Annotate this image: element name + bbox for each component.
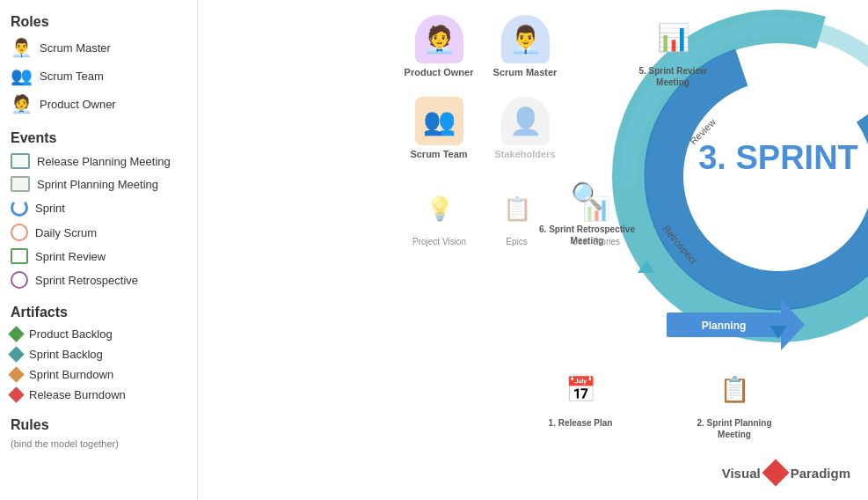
release-plan-label: 1. Release Plan	[549, 417, 613, 429]
release-planning-label: Release Planning Meeting	[37, 155, 171, 168]
sprint-review-meeting-card: 📊 5. Sprint ReviewMeeting	[629, 13, 717, 88]
release-planning-icon	[11, 153, 30, 169]
sidebar-item-product-owner[interactable]: 🧑‍💼 Product Owner	[0, 90, 197, 118]
sidebar-item-sprint-burndown[interactable]: Sprint Burndown	[0, 364, 197, 385]
sidebar-item-daily-scrum[interactable]: Daily Scrum	[0, 220, 197, 245]
product-backlog-label: Product Backlog	[29, 327, 113, 341]
sidebar-item-sprint-review[interactable]: Sprint Review	[0, 245, 197, 268]
product-owner-label: Product Owner	[40, 98, 116, 111]
scrum-team-figure: 👥	[415, 97, 463, 145]
sprint-retro-icon	[11, 271, 28, 289]
sprint-planning-icon	[11, 176, 30, 192]
rules-title: Rules	[0, 412, 197, 437]
sprint-review-icon	[11, 248, 28, 264]
scrum-team-card-label: Scrum Team	[410, 149, 467, 159]
stakeholders-card: 👤 Stakeholders	[485, 97, 565, 159]
user-stories-card: 📊 User Stories	[558, 185, 633, 246]
sprint-review-meeting-icon: 📊	[649, 13, 697, 62]
product-owner-icon: 🧑‍💼	[11, 93, 33, 114]
sprint-burndown-diamond-icon	[8, 366, 24, 382]
svg-text:3. SPRINT: 3. SPRINT	[698, 139, 858, 176]
vp-label: Visual	[722, 466, 761, 481]
sidebar-item-sprint-backlog[interactable]: Sprint Backlog	[0, 344, 197, 364]
release-burndown-label: Release Burndown	[29, 388, 126, 401]
scrum-master-icon: 👨‍💼	[11, 37, 33, 58]
diagram: 3. SPRINT Planning Review Retrospect Imp…	[198, 0, 868, 500]
user-stories-icon: 📊	[572, 185, 620, 233]
vp-logo: Visual Paradigm	[722, 463, 850, 482]
vp-paradigm-label: Paradigm	[791, 466, 850, 481]
release-burndown-diamond-icon	[8, 386, 24, 402]
product-owner-card-label: Product Owner	[405, 67, 474, 77]
svg-text:Planning: Planning	[702, 320, 747, 332]
sprint-review-label: Sprint Review	[35, 250, 106, 263]
rules-subtitle: (bind the model together)	[0, 437, 197, 451]
sidebar-item-sprint[interactable]: Sprint	[0, 195, 197, 220]
project-vision-icon: 💡	[415, 185, 463, 233]
sidebar-item-release-planning[interactable]: Release Planning Meeting	[0, 150, 197, 173]
events-title: Events	[0, 125, 197, 150]
sprint-planning-meeting-card: 📋 2. Sprint PlanningMeeting	[686, 365, 783, 440]
scrum-team-card: 👥 Scrum Team	[399, 97, 478, 159]
scrum-master-card-label: Scrum Master	[493, 67, 558, 77]
sprint-planning-meeting-icon: 📋	[711, 365, 759, 414]
sprint-retro-label: Sprint Retrospective	[35, 274, 138, 287]
project-vision-label: Project Vision	[412, 237, 466, 246]
sprint-label: Sprint	[35, 202, 65, 215]
scrum-master-label: Scrum Master	[40, 41, 111, 55]
roles-title: Roles	[0, 9, 197, 33]
sidebar-item-scrum-team[interactable]: 👥 Scrum Team	[0, 62, 197, 90]
sprint-review-meeting-label: 5. Sprint ReviewMeeting	[638, 65, 706, 88]
scrum-team-icon: 👥	[11, 65, 33, 86]
daily-scrum-label: Daily Scrum	[35, 226, 97, 239]
main-diagram-area: 3. SPRINT Planning Review Retrospect Imp…	[198, 0, 868, 500]
epics-label: Epics	[506, 237, 527, 246]
product-owner-figure: 🧑‍💼	[415, 15, 463, 63]
epics-card: 📋 Epics	[479, 185, 554, 246]
project-vision-card: 💡 Project Vision	[402, 185, 477, 246]
epics-icon: 📋	[492, 185, 541, 233]
scrum-master-card: 👨‍💼 Scrum Master	[485, 15, 565, 77]
sprint-burndown-label: Sprint Burndown	[29, 368, 113, 381]
sprint-planning-label: Sprint Planning Meeting	[37, 178, 158, 191]
daily-scrum-icon	[11, 224, 28, 241]
stakeholders-figure: 👤	[501, 97, 550, 145]
product-owner-card: 🧑‍💼 Product Owner	[399, 15, 478, 77]
sidebar-item-product-backlog[interactable]: Product Backlog	[0, 324, 197, 344]
stakeholders-label: Stakeholders	[494, 149, 555, 159]
vp-diamond-icon	[762, 459, 789, 486]
release-plan-card: 📅 1. Release Plan	[536, 365, 624, 429]
sprint-backlog-diamond-icon	[8, 346, 24, 362]
product-backlog-diamond-icon	[8, 326, 24, 342]
sidebar-item-release-burndown[interactable]: Release Burndown	[0, 385, 197, 405]
sidebar: Roles 👨‍💼 Scrum Master 👥 Scrum Team 🧑‍💼 …	[0, 0, 198, 500]
artifacts-title: Artifacts	[0, 299, 197, 324]
scrum-team-label: Scrum Team	[40, 70, 104, 83]
sidebar-item-sprint-retro[interactable]: Sprint Retrospective	[0, 268, 197, 292]
scrum-master-figure: 👨‍💼	[501, 15, 550, 63]
sprint-icon	[11, 199, 28, 217]
user-stories-label: User Stories	[572, 237, 620, 246]
sidebar-item-scrum-master[interactable]: 👨‍💼 Scrum Master	[0, 33, 197, 62]
svg-point-3	[683, 81, 868, 271]
sprint-backlog-label: Sprint Backlog	[29, 348, 103, 361]
sidebar-item-sprint-planning[interactable]: Sprint Planning Meeting	[0, 173, 197, 195]
sprint-planning-meeting-label: 2. Sprint PlanningMeeting	[697, 417, 771, 440]
release-plan-icon: 📅	[557, 365, 605, 414]
